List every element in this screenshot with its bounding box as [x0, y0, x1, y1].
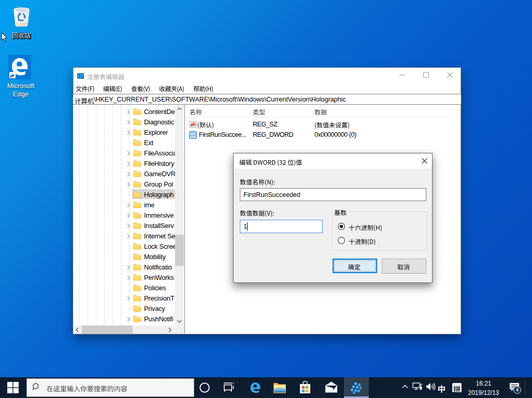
svg-text:110: 110	[190, 135, 196, 139]
svg-text:ab: ab	[191, 122, 196, 127]
